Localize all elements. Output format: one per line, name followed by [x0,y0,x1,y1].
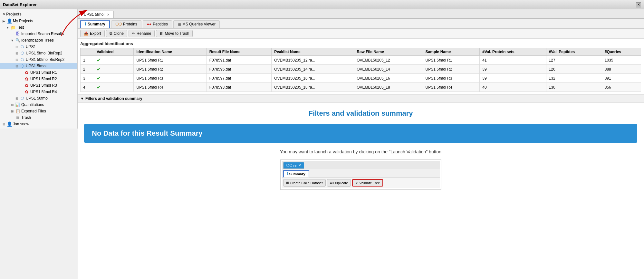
main-tab-bar: UPS1 5fmol ✕ [78,9,644,19]
right-panel: UPS1 5fmol ✕ ℹ Summary ⬡⬡ Proteins ●● Pe… [78,9,644,279]
expand-icon: ⊞ [14,57,19,62]
filters-content: Filters and validation summary No Data f… [78,103,644,196]
sidebar-item-label: My Projects [13,19,33,23]
table-row[interactable]: 2 ✔ UPS1 5fmol R2 F078595.dat OVEMB15020… [81,65,641,74]
filters-section: ▼ Filters and validation summary Filters… [78,95,644,279]
create-label: Create Child Dataset [290,181,323,185]
expand-icon [19,70,24,75]
sidebar-item-label: Test [17,25,24,30]
expand-icon [19,77,24,81]
sub-tab-label: Proteins [123,22,137,26]
sidebar-item-label: UPS1 5fmol R4 [30,90,57,94]
sidebar-item-exported-files[interactable]: ⊞ 📋 Exported Files [0,108,77,114]
row-num: 1 [81,56,94,65]
main-tab-label: UPS1 5fmol [84,12,104,17]
row-raw-file: OVEMB150205_16 [354,74,423,83]
mini-summary-tab[interactable]: ℹ Summary [283,170,309,178]
sidebar-item-ups1-50fmol-biorep2[interactable]: ⊞ ⬡ UPS1 50fmol BioRep2 [0,56,77,63]
filters-title-bar[interactable]: ▼ Filters and validation summary [78,95,644,103]
filters-heading: Filters and validation summary [84,109,637,118]
table-row[interactable]: 4 ✔ UPS1 5fmol R4 F078593.dat OVEMB15020… [81,83,641,92]
expand-icon: ⊞ [14,44,19,49]
folder-icon: 📁 [11,25,16,30]
title-bar-close[interactable]: ✕ [636,2,641,7]
expand-icon: ⊞ [10,109,14,113]
window-title: DataSet Explorer [3,2,37,7]
sidebar-item-identification-trees[interactable]: ▼ 🔍 Identification Trees [0,37,77,43]
expand-icon: ▼ [10,38,14,43]
tree-icon: ⬡ [20,63,25,69]
col-queries: #Queries [602,48,641,56]
col-val-protein: #Val. Protein sets [480,48,546,56]
col-result-file: Result File Name [207,48,272,56]
row-val-peptides: 126 [546,65,602,74]
sidebar-item-ups1-5fmol[interactable]: ⊟ ⬡ UPS1 5fmol [0,63,77,69]
export-button[interactable]: 📤 Export [80,30,105,37]
table-row[interactable]: 1 ✔ UPS1 5fmol R1 F078591.dat OVEMB15020… [81,56,641,65]
sidebar-item-test[interactable]: ▼ 📁 Test [0,24,77,31]
duplicate-icon: ⧉ [330,181,332,185]
expand-icon: ⊞ [14,51,19,55]
create-child-dataset-button[interactable]: ⊞ Create Child Dataset [283,179,326,187]
row-sample: UPS1 5fmol R2 [423,65,480,74]
sidebar-item-ups1-5fmol-biorep2[interactable]: ⊞ ⬡ UPS1 5fmol BioRep2 [0,50,77,56]
tab-ms-queries[interactable]: ▦ MS Queries Viewer [173,20,220,28]
sidebar-item-ups1-5fmol-r4[interactable]: ✿ UPS1 5fmol R4 [0,89,77,95]
sidebar-item-label: UPS1 50fmol BioRep2 [26,57,64,62]
expand-icon: ⊞ [10,102,14,107]
expand-icon: ▼ [5,25,10,30]
sidebar-item-imported-search[interactable]: 🗄 Imported Search Results [0,31,77,37]
rename-button[interactable]: ✏ Rename [129,30,155,37]
row-val-peptides: 130 [546,83,602,92]
sidebar-item-label: Trash [21,115,31,120]
row-queries: 891 [602,74,641,83]
sidebar-item-ups1-50fmol[interactable]: ⊞ ⬡ UPS1 50fmol [0,95,77,101]
table-row[interactable]: 3 ✔ UPS1 5fmol R3 F078597.dat OVEMB15020… [81,74,641,83]
expand-icon: ▶ [2,19,6,23]
row-ident-name: UPS1 5fmol R1 [134,56,207,65]
row-result-file: F078593.dat [207,83,272,92]
main-toolbar: 📤 Export ⧉ Clone ✏ Rename 🗑 Move to Tras… [78,29,644,39]
move-to-trash-button[interactable]: 🗑 Move to Trash [156,30,193,37]
sub-tab-label: Peptides [153,22,168,26]
sidebar-item-my-projects[interactable]: ▶ 👤 My Projects [0,18,77,24]
sidebar-item-label: UPS1 50fmol [26,96,49,101]
validate-tree-button[interactable]: ✔ Validate Tree [352,179,383,187]
main-tab-ups1-5fmol[interactable]: UPS1 5fmol ✕ [80,11,114,18]
molecule-icon: ✿ [24,89,29,94]
proteins-icon: ⬡⬡ [115,22,122,26]
create-icon: ⊞ [286,181,289,185]
clone-button[interactable]: ⧉ Clone [106,30,127,37]
sidebar-item-ups1[interactable]: ⊞ ⬡ UPS1 [0,43,77,50]
expand-icon: ⊞ [14,96,19,101]
mini-tab-close[interactable]: ✕ [298,163,301,168]
tab-close-icon[interactable]: ✕ [107,13,110,16]
row-raw-file: OVEMB150205_12 [354,56,423,65]
tab-peptides[interactable]: ●● Peptides [143,20,172,28]
mini-tab-bar: ⬡⬡ nn ✕ [282,161,440,169]
sidebar-item-label: UPS1 5fmol [26,64,46,68]
sidebar-item-ups1-5fmol-r1[interactable]: ✿ UPS1 5fmol R1 [0,69,77,76]
row-queries: 856 [602,83,641,92]
sidebar-item-ups1-5fmol-r3[interactable]: ✿ UPS1 5fmol R3 [0,82,77,89]
row-val-peptides: 132 [546,74,602,83]
duplicate-button[interactable]: ⧉ Duplicate [327,179,351,187]
row-validated: ✔ [94,74,134,83]
sidebar-item-trash[interactable]: 🗑 Trash [0,114,77,121]
sub-tab-bar: ℹ Summary ⬡⬡ Proteins ●● Peptides ▦ MS Q… [78,19,644,29]
tab-summary[interactable]: ℹ Summary [80,20,110,28]
export-icon: 📤 [84,31,89,36]
sidebar-item-jon-snow[interactable]: ⊞ 👤 Jon snow [0,121,77,127]
row-val-protein: 39 [480,65,546,74]
validate-icon: ✔ [355,181,358,185]
info-icon: ℹ [85,22,86,26]
sidebar-item-ups1-5fmol-r2[interactable]: ✿ UPS1 5fmol R2 [0,76,77,82]
aggregated-identifications-section: Aggregated Identifications Validated Ide… [78,39,644,95]
tab-proteins[interactable]: ⬡⬡ Proteins [111,20,141,28]
db-icon: 🗄 [15,31,20,36]
sidebar-item-quantitations[interactable]: ⊞ 📊 Quantitations [0,101,77,108]
row-peaklist: OVEMB150205_16.ra... [272,74,354,83]
row-val-protein: 40 [480,83,546,92]
col-num [81,48,94,56]
row-validated: ✔ [94,56,134,65]
